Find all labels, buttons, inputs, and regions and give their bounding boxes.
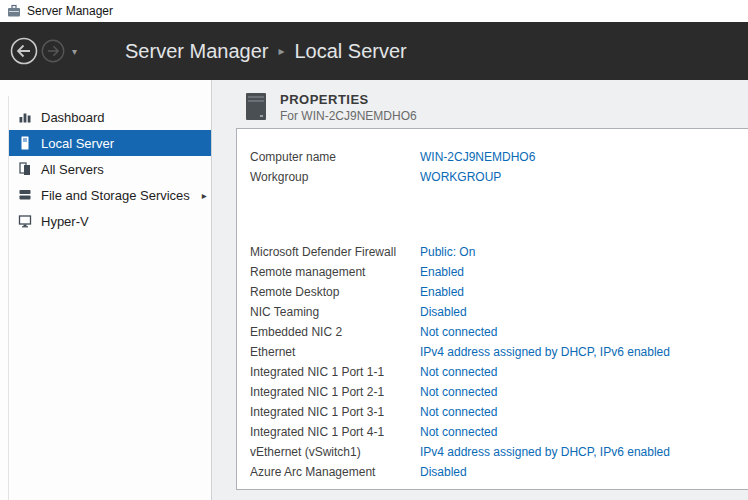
all-servers-icon xyxy=(18,162,32,176)
properties-title-block: PROPERTIES For WIN-2CJ9NEMDHO6 xyxy=(280,92,417,123)
property-label: Integrated NIC 1 Port 2-1 xyxy=(250,385,420,399)
property-row-integrated-nic-2-1: Integrated NIC 1 Port 2-1 Not connected xyxy=(250,382,748,402)
property-row-integrated-nic-3-1: Integrated NIC 1 Port 3-1 Not connected xyxy=(250,402,748,422)
breadcrumb: Server Manager ▸ Local Server xyxy=(125,40,407,63)
property-label: Computer name xyxy=(250,150,420,164)
sidebar-item-label: Local Server xyxy=(41,136,114,151)
file-storage-icon xyxy=(18,188,32,202)
nav-buttons: ▾ xyxy=(10,37,77,65)
breadcrumb-root[interactable]: Server Manager xyxy=(125,40,268,63)
property-value-link[interactable]: WORKGROUP xyxy=(420,170,501,184)
property-label: Azure Arc Management xyxy=(250,465,420,479)
server-manager-app-icon xyxy=(7,4,21,18)
properties-subtitle: For WIN-2CJ9NEMDHO6 xyxy=(280,109,417,123)
property-value-link[interactable]: Not connected xyxy=(420,425,497,439)
property-row-azure-arc: Azure Arc Management Disabled xyxy=(250,462,748,482)
property-label: vEthernet (vSwitch1) xyxy=(250,445,420,459)
sidebar-item-label: File and Storage Services xyxy=(41,188,190,203)
sidebar-item-all-servers[interactable]: All Servers xyxy=(9,156,211,182)
sidebar-item-label: Dashboard xyxy=(41,110,105,125)
property-row-integrated-nic-4-1: Integrated NIC 1 Port 4-1 Not connected xyxy=(250,422,748,442)
property-value-link[interactable]: Disabled xyxy=(420,465,467,479)
property-value-link[interactable]: Not connected xyxy=(420,325,497,339)
properties-header: PROPERTIES For WIN-2CJ9NEMDHO6 xyxy=(212,80,748,128)
property-row-nic-teaming: NIC Teaming Disabled xyxy=(250,302,748,322)
property-value-link[interactable]: IPv4 address assigned by DHCP, IPv6 enab… xyxy=(420,445,670,459)
property-row-integrated-nic-1-1: Integrated NIC 1 Port 1-1 Not connected xyxy=(250,362,748,382)
history-dropdown-caret[interactable]: ▾ xyxy=(72,46,77,57)
property-value-link[interactable]: Disabled xyxy=(420,305,467,319)
property-row-remote-desktop: Remote Desktop Enabled xyxy=(250,282,748,302)
property-row-computer-name: Computer name WIN-2CJ9NEMDHO6 xyxy=(250,147,748,167)
property-row-firewall: Microsoft Defender Firewall Public: On xyxy=(250,242,748,262)
server-properties-icon xyxy=(244,92,268,122)
breadcrumb-current[interactable]: Local Server xyxy=(294,40,406,63)
property-row-embedded-nic-2: Embedded NIC 2 Not connected xyxy=(250,322,748,342)
property-label: Microsoft Defender Firewall xyxy=(250,245,420,259)
local-server-icon xyxy=(18,136,32,150)
property-label: Integrated NIC 1 Port 3-1 xyxy=(250,405,420,419)
property-row-remote-management: Remote management Enabled xyxy=(250,262,748,282)
hyper-v-icon xyxy=(18,214,32,228)
property-value-link[interactable]: Enabled xyxy=(420,265,464,279)
property-value-link[interactable]: Public: On xyxy=(420,245,475,259)
property-label: Remote Desktop xyxy=(250,285,420,299)
titlebar: Server Manager xyxy=(0,0,748,22)
property-value-link[interactable]: Not connected xyxy=(420,365,497,379)
navigation-bar: ▾ Server Manager ▸ Local Server xyxy=(0,22,748,80)
sidebar-item-label: Hyper-V xyxy=(41,214,89,229)
property-row-workgroup: Workgroup WORKGROUP xyxy=(250,167,748,187)
window-title: Server Manager xyxy=(27,4,113,18)
back-arrow-icon xyxy=(10,37,38,65)
property-value-link[interactable]: WIN-2CJ9NEMDHO6 xyxy=(420,150,535,164)
properties-panel: Computer name WIN-2CJ9NEMDHO6 Workgroup … xyxy=(236,128,748,490)
property-label: Workgroup xyxy=(250,170,420,184)
breadcrumb-separator-icon: ▸ xyxy=(278,44,284,58)
sidebar-item-file-and-storage-services[interactable]: File and Storage Services ▸ xyxy=(9,182,211,208)
sidebar-item-dashboard[interactable]: Dashboard xyxy=(9,104,211,130)
property-label: Integrated NIC 1 Port 4-1 xyxy=(250,425,420,439)
property-label: Remote management xyxy=(250,265,420,279)
property-value-link[interactable]: Not connected xyxy=(420,385,497,399)
properties-title: PROPERTIES xyxy=(280,92,417,107)
property-value-link[interactable]: IPv4 address assigned by DHCP, IPv6 enab… xyxy=(420,345,670,359)
property-label: NIC Teaming xyxy=(250,305,420,319)
back-button[interactable] xyxy=(10,37,38,65)
property-row-ethernet: Ethernet IPv4 address assigned by DHCP, … xyxy=(250,342,748,362)
sidebar-item-hyper-v[interactable]: Hyper-V xyxy=(9,208,211,234)
sidebar: Dashboard Local Server xyxy=(0,80,212,500)
forward-arrow-icon xyxy=(41,39,65,63)
property-label: Embedded NIC 2 xyxy=(250,325,420,339)
server-manager-window: Server Manager ▾ Server Manager ▸ Local … xyxy=(0,0,748,500)
row-group-spacer xyxy=(250,187,748,242)
sidebar-item-local-server[interactable]: Local Server xyxy=(9,130,211,156)
dashboard-icon xyxy=(18,110,32,124)
property-label: Integrated NIC 1 Port 1-1 xyxy=(250,365,420,379)
property-value-link[interactable]: Not connected xyxy=(420,405,497,419)
property-value-link[interactable]: Enabled xyxy=(420,285,464,299)
property-label: Ethernet xyxy=(250,345,420,359)
main-content: PROPERTIES For WIN-2CJ9NEMDHO6 Computer … xyxy=(212,80,748,500)
property-row-vethernet: vEthernet (vSwitch1) IPv4 address assign… xyxy=(250,442,748,462)
expand-arrow-icon: ▸ xyxy=(202,190,207,201)
forward-button[interactable] xyxy=(41,39,65,63)
sidebar-item-label: All Servers xyxy=(41,162,104,177)
